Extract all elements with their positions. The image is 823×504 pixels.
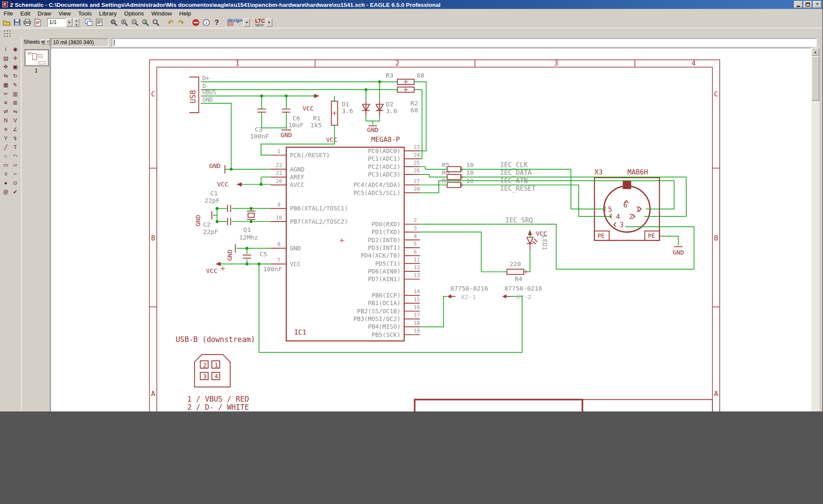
schematic-text[interactable]: 6: [623, 201, 628, 209]
schematic-text[interactable]: VCC: [303, 105, 314, 112]
schematic-text[interactable]: 1: [214, 361, 218, 369]
close-panel-button[interactable]: ×: [46, 39, 50, 44]
junction-dot[interactable]: [246, 263, 249, 266]
schematic-text[interactable]: 28: [414, 186, 420, 192]
junction-dot[interactable]: [216, 207, 219, 210]
schematic-text[interactable]: USB: [189, 90, 197, 103]
mark-tool[interactable]: ✛: [11, 54, 20, 62]
schematic-text[interactable]: USB-B (downstream): [176, 335, 255, 344]
schematic-text[interactable]: GND: [281, 131, 292, 138]
schematic-text[interactable]: C1: [210, 189, 218, 197]
junction-dot[interactable]: [378, 80, 381, 83]
rect-tool[interactable]: ▭: [2, 161, 10, 169]
schematic-text[interactable]: PC2(ADC2): [368, 163, 400, 170]
schematic-text[interactable]: 1: [636, 205, 640, 213]
schematic-text[interactable]: 6: [414, 249, 417, 255]
label-tool[interactable]: ⊙: [11, 179, 20, 187]
schematic-text[interactable]: PB0(ICP): [372, 292, 401, 299]
schematic-text[interactable]: R5: [442, 161, 450, 168]
schematic-text[interactable]: IEC_DATA: [500, 169, 532, 177]
menu-window[interactable]: Window: [147, 9, 175, 16]
invoke-tool[interactable]: ↯: [11, 134, 20, 142]
schematic-text[interactable]: 3.6: [342, 107, 353, 114]
schematic-text[interactable]: 2: [203, 361, 207, 369]
schematic-text[interactable]: GND: [202, 96, 213, 103]
schematic-canvas[interactable]: 12341234CBACBAUSBD+D-UBUSGNDR368R268D13.…: [51, 48, 812, 411]
wire[interactable]: [525, 250, 530, 272]
schematic-text[interactable]: xu1541 Lite: [423, 409, 559, 411]
junction-dot[interactable]: [246, 247, 249, 250]
menu-view[interactable]: View: [55, 9, 75, 16]
schematic-text[interactable]: PB1(OC1A): [368, 300, 400, 306]
close-button[interactable]: ×: [813, 1, 822, 8]
schematic-text[interactable]: 100nF: [263, 265, 282, 273]
schematic-text[interactable]: D2: [386, 100, 393, 108]
redo-button[interactable]: ↷: [176, 17, 186, 27]
vertical-scroll-thumb[interactable]: [811, 56, 819, 101]
schematic-text[interactable]: 22pF: [203, 228, 218, 235]
schematic-text[interactable]: IEC_RESET: [500, 185, 536, 192]
junction-dot[interactable]: [364, 88, 367, 91]
schematic-text[interactable]: AGND: [290, 166, 304, 173]
schematic-text[interactable]: GND: [367, 126, 378, 133]
bus-tool[interactable]: ≡: [2, 170, 10, 178]
supply-arrow[interactable]: [237, 182, 242, 186]
schematic-text[interactable]: PB7(XTAL2/TOSC2): [290, 218, 348, 225]
sheet-spin-up-button[interactable]: ▲: [73, 18, 79, 22]
maximize-button[interactable]: [804, 1, 812, 8]
replace-tool[interactable]: ⇋: [11, 108, 20, 115]
schematic-text[interactable]: GND: [194, 215, 201, 226]
schematic-text[interactable]: PC4(ADC4/SDA): [353, 181, 400, 188]
schematic-text[interactable]: 3: [203, 372, 207, 380]
schematic-text[interactable]: IC1: [294, 328, 306, 336]
junction-dot[interactable]: [216, 220, 219, 223]
schematic-text[interactable]: 10: [466, 169, 474, 176]
schematic-text[interactable]: R6: [442, 169, 450, 176]
wire[interactable]: [261, 112, 286, 128]
schematic-text[interactable]: PD5(T1): [375, 260, 400, 267]
schematic-text[interactable]: PB3(MOSI/OC2): [353, 315, 400, 322]
schematic-text[interactable]: PD3(INT1): [368, 244, 400, 251]
menu-file[interactable]: File: [0, 9, 17, 16]
schematic-text[interactable]: PB2(SS/OC1B): [357, 308, 401, 315]
schematic-text[interactable]: 1 / VBUS / RED: [187, 395, 249, 403]
schematic-text[interactable]: PB4(MISO): [368, 323, 400, 330]
save-button[interactable]: [12, 17, 22, 27]
component-shape[interactable]: [527, 237, 533, 244]
cut-tool[interactable]: ✂: [2, 90, 10, 97]
vertical-scrollbar[interactable]: ▲ ▼: [811, 48, 819, 411]
schematic-text[interactable]: D1: [342, 100, 349, 108]
zoom-redraw-button[interactable]: [140, 17, 150, 27]
schematic-text[interactable]: IEC_SRQ: [505, 216, 533, 224]
schematic-text[interactable]: 4: [414, 233, 417, 239]
schematic-text[interactable]: 2: [414, 217, 417, 223]
schematic-text[interactable]: 19: [414, 328, 420, 334]
sheet-thumbnail[interactable]: [25, 49, 49, 66]
smash-tool[interactable]: ✳: [2, 126, 10, 133]
junction-dot[interactable]: [258, 263, 261, 266]
schematic-text[interactable]: 15: [414, 297, 420, 303]
schematic-text[interactable]: PC1(ADC1): [368, 155, 400, 162]
schematic-text[interactable]: 26: [414, 168, 420, 174]
scroll-up-button[interactable]: ▲: [811, 48, 819, 55]
schematic-text[interactable]: X3: [595, 168, 603, 176]
schematic-text[interactable]: 12: [414, 264, 420, 270]
undo-button[interactable]: ↶: [165, 17, 176, 27]
zoom-out-button[interactable]: [129, 17, 140, 27]
schematic-text[interactable]: 10uF: [288, 121, 303, 129]
wire[interactable]: [461, 185, 612, 216]
wire[interactable]: [420, 297, 448, 327]
schematic-text[interactable]: 13: [414, 272, 420, 278]
component-shape[interactable]: [248, 213, 255, 217]
schematic-text[interactable]: 7: [277, 257, 280, 263]
add-tool[interactable]: ⊞: [11, 99, 20, 106]
schematic-text[interactable]: PC5(ADC5/SCL): [353, 189, 400, 196]
info-tool[interactable]: i: [2, 45, 10, 53]
zoom-in-button[interactable]: [119, 17, 129, 27]
grid-button[interactable]: [3, 29, 12, 38]
schematic-text[interactable]: PC0(ADC0): [368, 147, 400, 154]
schematic-text[interactable]: 3 / D+ / GREEN: [187, 411, 249, 411]
schematic-text[interactable]: 17: [414, 312, 420, 318]
schematic-text[interactable]: 10: [466, 161, 474, 168]
change-tool[interactable]: ✎: [11, 81, 20, 89]
